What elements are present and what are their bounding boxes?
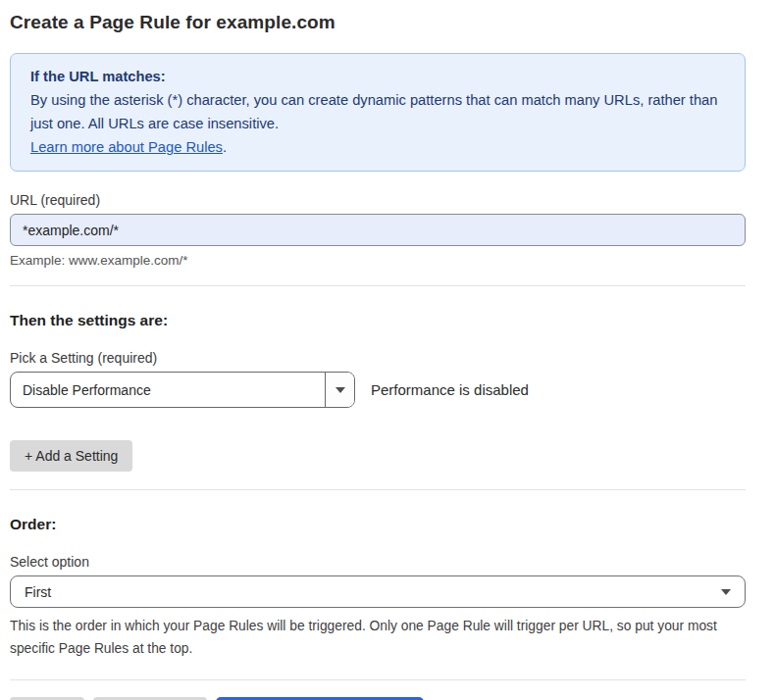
order-select-value: First [25,584,51,600]
url-input[interactable] [10,214,746,246]
caret-down-icon [336,387,345,393]
order-section-heading: Order: [10,516,746,533]
settings-section-heading: Then the settings are: [10,312,746,329]
page-title: Create a Page Rule for example.com [10,12,746,33]
cancel-button[interactable]: Cancel [10,697,84,700]
setting-status-text: Performance is disabled [371,381,529,398]
url-example-helper: Example: www.example.com/* [10,253,746,268]
order-select[interactable]: First [10,575,746,608]
setting-select[interactable]: Disable Performance [10,372,355,408]
info-box-body: By using the asterisk (*) character, you… [30,88,725,135]
info-box-link-line: Learn more about Page Rules. [30,135,725,159]
order-helper-text: This is the order in which your Page Rul… [10,616,744,659]
form-actions: Cancel Save as Draft Save and Deploy Pag… [10,697,746,700]
url-field-label: URL (required) [10,192,746,208]
add-setting-button[interactable]: + Add a Setting [10,440,132,472]
create-page-rule-form: Create a Page Rule for example.com If th… [0,0,775,700]
caret-down-icon [721,589,731,595]
pick-setting-label: Pick a Setting (required) [10,350,746,366]
save-as-draft-button[interactable]: Save as Draft [93,697,208,700]
divider [10,489,746,490]
divider [10,679,746,680]
setting-row: Disable Performance Performance is disab… [10,372,746,408]
order-select-label: Select option [10,554,746,570]
info-box-heading: If the URL matches: [30,65,725,88]
save-and-deploy-button[interactable]: Save and Deploy Page Rule [216,697,424,700]
learn-more-link[interactable]: Learn more about Page Rules [30,139,223,155]
setting-select-arrow-button[interactable] [325,373,354,407]
url-matches-info-box: If the URL matches: By using the asteris… [10,53,746,172]
divider [10,285,746,286]
link-suffix: . [223,139,227,155]
setting-select-value: Disable Performance [11,373,325,407]
